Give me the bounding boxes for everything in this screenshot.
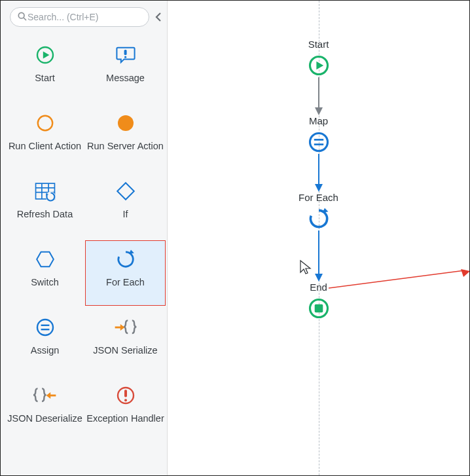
tool-label: Run Server Action bbox=[87, 140, 164, 152]
json-deserialize-icon bbox=[33, 384, 57, 407]
svg-rect-19 bbox=[124, 390, 127, 397]
tool-run-client-action[interactable]: Run Client Action bbox=[5, 104, 85, 170]
svg-point-6 bbox=[118, 115, 134, 131]
cursor-icon bbox=[299, 259, 312, 277]
search-icon bbox=[17, 11, 27, 24]
svg-point-0 bbox=[18, 12, 24, 18]
exception-handler-icon bbox=[114, 384, 137, 407]
tool-if[interactable]: If bbox=[85, 172, 166, 238]
tool-json-serialize[interactable]: JSON Serialize bbox=[85, 308, 166, 374]
switch-icon bbox=[33, 247, 57, 271]
refresh-data-icon bbox=[33, 179, 57, 203]
node-label-start: Start bbox=[308, 39, 329, 50]
tool-run-server-action[interactable]: Run Server Action bbox=[85, 104, 166, 170]
svg-point-20 bbox=[124, 399, 127, 401]
collapse-sidebar-button[interactable] bbox=[154, 9, 162, 25]
node-for-each[interactable] bbox=[307, 207, 331, 230]
start-icon bbox=[33, 43, 57, 67]
search-box[interactable] bbox=[10, 7, 149, 27]
flow-canvas[interactable]: Start Map bbox=[168, 1, 469, 475]
tool-label: JSON Serialize bbox=[93, 344, 157, 356]
tool-label: Exception Handler bbox=[86, 412, 164, 424]
tool-json-deserialize[interactable]: JSON Deserialize bbox=[5, 376, 85, 442]
node-label-map: Map bbox=[309, 115, 328, 126]
tool-label: For Each bbox=[106, 276, 145, 288]
app-window: Start Message bbox=[0, 0, 470, 476]
node-label-end: End bbox=[310, 282, 327, 293]
svg-point-4 bbox=[124, 56, 126, 58]
flow-column: Start Map bbox=[280, 39, 358, 320]
run-server-action-icon bbox=[114, 111, 137, 135]
toolbox-sidebar: Start Message bbox=[1, 1, 168, 475]
search-row bbox=[1, 1, 167, 32]
tool-grid: Start Message bbox=[1, 32, 167, 475]
node-start[interactable] bbox=[307, 54, 331, 77]
tool-label: If bbox=[122, 208, 128, 220]
tool-label: Assign bbox=[31, 344, 60, 356]
svg-rect-3 bbox=[124, 50, 126, 55]
svg-point-5 bbox=[37, 116, 52, 130]
assign-icon bbox=[33, 316, 57, 339]
tool-label: Run Client Action bbox=[9, 140, 81, 152]
run-client-action-icon bbox=[33, 111, 57, 135]
svg-point-23 bbox=[310, 134, 327, 151]
svg-point-13 bbox=[37, 320, 53, 335]
tool-refresh-data[interactable]: Refresh Data bbox=[5, 172, 85, 238]
tool-assign[interactable]: Assign bbox=[5, 308, 85, 374]
if-icon bbox=[114, 179, 137, 203]
tool-start[interactable]: Start bbox=[5, 36, 85, 101]
node-map[interactable] bbox=[307, 130, 331, 154]
for-each-icon bbox=[114, 247, 137, 271]
search-input[interactable] bbox=[27, 12, 142, 22]
connector bbox=[312, 77, 325, 115]
tool-exception-handler[interactable]: Exception Handler bbox=[85, 376, 166, 442]
tool-for-each[interactable]: For Each bbox=[85, 240, 166, 306]
tool-label: Refresh Data bbox=[17, 208, 73, 220]
connector bbox=[312, 154, 325, 192]
svg-rect-29 bbox=[314, 304, 323, 313]
message-icon bbox=[114, 43, 137, 67]
chevron-left-icon bbox=[154, 12, 162, 22]
connector bbox=[312, 230, 325, 282]
tool-switch[interactable]: Switch bbox=[5, 240, 85, 306]
node-label-foreach: For Each bbox=[298, 192, 338, 203]
tool-label: Switch bbox=[31, 276, 59, 288]
json-serialize-icon bbox=[114, 316, 137, 339]
tool-label: Message bbox=[106, 72, 145, 84]
tool-message[interactable]: Message bbox=[85, 36, 166, 101]
tool-label: Start bbox=[35, 72, 55, 84]
svg-line-1 bbox=[24, 18, 26, 20]
node-end[interactable] bbox=[307, 297, 331, 320]
tool-label: JSON Deserialize bbox=[7, 412, 82, 424]
